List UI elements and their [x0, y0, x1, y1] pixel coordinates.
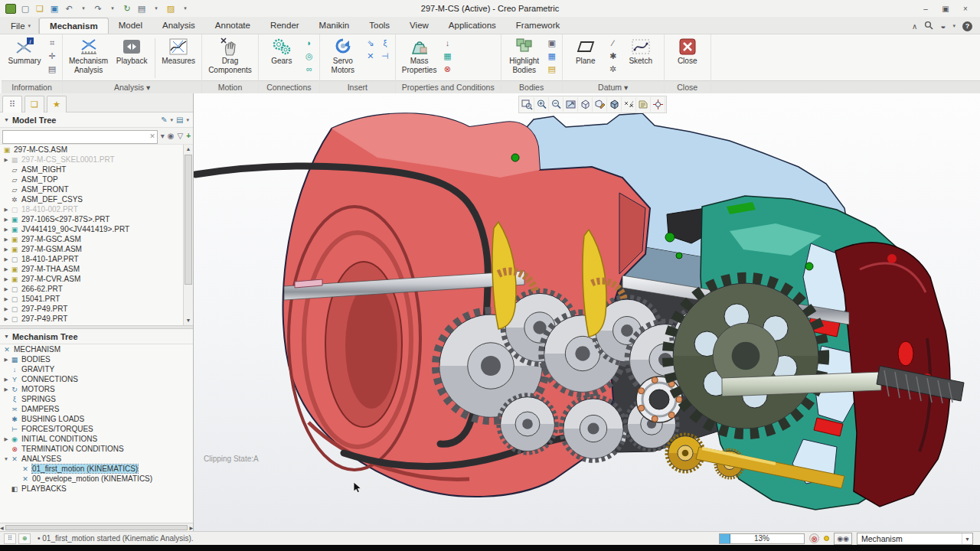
model-tree-item-297-p49-prt[interactable]: ▶▢297-P49.PRT [0, 314, 193, 324]
browser-icon[interactable]: ⊕ [18, 533, 31, 544]
refit-button[interactable] [564, 97, 578, 112]
model-tree-item-297-m-cvr-asm[interactable]: ▶▣297-M-CVR.ASM [0, 274, 193, 284]
model-tree-item-297-m-tha-asm[interactable]: ▶▣297-M-THA.ASM [0, 264, 193, 274]
mechanism-tree-item-termination-conditions[interactable]: ⊗TERMINATION CONDITIONS [0, 444, 193, 454]
expand-arrow-icon[interactable]: ▶ [2, 236, 10, 243]
mechanism-tree-item-gravity[interactable]: ↓GRAVITY [0, 364, 193, 374]
model-tree-item-asm-right[interactable]: ▱ASM_RIGHT [0, 165, 193, 174]
spin-center-button[interactable] [651, 97, 665, 112]
mechanism-tree-hscrollbar[interactable]: ◀ ▶ [0, 523, 193, 531]
window-switch-icon[interactable]: ▤ [136, 2, 148, 15]
mechanism-tree-item-bushing-loads[interactable]: ✱BUSHING LOADS [0, 414, 193, 424]
add-column-icon[interactable]: + [186, 132, 191, 140]
scroll-right-icon[interactable]: ▶ [189, 525, 193, 530]
collapse-caret-icon[interactable]: ▼ [4, 334, 9, 339]
entity-info-icon[interactable]: ✛ [46, 51, 58, 62]
scroll-thumb[interactable] [185, 155, 192, 285]
display-style-button[interactable] [607, 97, 622, 112]
minimize-icon[interactable]: – [920, 5, 931, 13]
model-tree-item-18-410-1ap-prt[interactable]: ▶▢18-410-1AP.PRT [0, 254, 193, 264]
help-icon[interactable]: ? [962, 21, 972, 31]
account-sync-icon[interactable]: ◒ [940, 21, 946, 31]
expand-arrow-icon[interactable]: ▶ [2, 386, 10, 393]
mechanism-tree-item-dampers[interactable]: ≍DAMPERS [0, 404, 193, 414]
mass-properties-button[interactable]: MassProperties [400, 36, 439, 75]
restore-icon[interactable]: ▣ [940, 5, 951, 13]
expand-arrow-icon[interactable]: ▶ [2, 207, 10, 213]
force-motor-icon[interactable]: ⇘ [364, 37, 377, 49]
model-tree-item-297-m-cs-asm[interactable]: ▣297-M-CS.ASM [0, 145, 193, 155]
window-caret-icon[interactable]: ▾ [150, 2, 162, 15]
tree-settings-caret[interactable]: ▾ [186, 117, 189, 123]
model-tree-item-jv441419-90-jv441419-prt[interactable]: ▶▣JV441419_90<JV441419>.PRT [0, 224, 193, 234]
tab-tools[interactable]: Tools [359, 18, 400, 34]
gears-button[interactable]: Gears [263, 36, 301, 67]
tab-annotate[interactable]: Annotate [205, 18, 260, 34]
tab-framework[interactable]: Framework [506, 18, 570, 34]
connection-info-icon[interactable]: ⌗ [46, 37, 58, 49]
expand-arrow-icon[interactable]: ▶ [2, 286, 10, 292]
model-tree-item-asm-top[interactable]: ▱ASM_TOP [0, 174, 193, 184]
expand-arrow-icon[interactable]: ▶ [2, 316, 10, 322]
model-tree-item-18-410-002-prt[interactable]: ▶▢18-410-002.PRT [0, 204, 193, 214]
graphics-area[interactable]: Clipping State:A [194, 93, 980, 531]
datum-display-button[interactable] [622, 97, 636, 112]
expand-arrow-icon[interactable]: ▶ [2, 306, 10, 312]
toggle-navigator-icon[interactable]: ⠿ [4, 533, 16, 544]
expand-arrow-icon[interactable]: ▶ [2, 436, 10, 442]
saved-views-button[interactable] [578, 97, 593, 112]
mechanism-tree-item-springs[interactable]: ξSPRINGS [0, 394, 193, 404]
close-button[interactable]: Close [668, 36, 707, 67]
drag-components-button[interactable]: DragComponents [206, 36, 254, 75]
tree-search-input[interactable] [2, 130, 158, 144]
model-tree-item-asm-front[interactable]: ▱ASM_FRONT [0, 184, 193, 194]
sketch-button[interactable]: Sketch [622, 36, 660, 67]
qat-customize-caret-icon[interactable]: ▾ [179, 2, 191, 15]
playback-button[interactable]: Playback [113, 36, 151, 67]
expand-arrow-icon[interactable]: ▶ [2, 157, 10, 163]
expand-arrow-icon[interactable]: ▶ [2, 276, 10, 282]
hscroll-thumb[interactable] [5, 525, 188, 530]
mechanism-tree-item-forces-torques[interactable]: ⊢FORCES/TORQUES [0, 424, 193, 434]
mechanism-tree-item-initial-conditions[interactable]: ▶◉INITIAL CONDITIONS [0, 434, 193, 444]
define-body-icon[interactable]: ▣ [546, 37, 558, 49]
mechanism-tree-item-playbacks[interactable]: ◧PLAYBACKS [0, 484, 193, 494]
annotation-display-button[interactable] [636, 97, 651, 112]
expand-arrow-icon[interactable]: ▶ [2, 296, 10, 302]
model-tree-item-15041-prt[interactable]: ▶▢15041.PRT [0, 294, 193, 304]
view-manager-button[interactable] [593, 97, 607, 112]
undo-caret-icon[interactable]: ▾ [77, 2, 90, 15]
body-lock-icon[interactable]: ▤ [546, 64, 558, 75]
zoom-in-button[interactable] [534, 97, 549, 112]
tab-analysis[interactable]: Analysis [152, 18, 205, 34]
mechanism-tree-item-motors[interactable]: ▶↻MOTORS [0, 384, 193, 394]
app-logo-icon[interactable] [5, 2, 17, 15]
summary-button[interactable]: iSummary [5, 36, 44, 67]
tree-filters-caret[interactable]: ▾ [171, 117, 174, 123]
mechanism-analysis-button[interactable]: MechanismAnalysis [67, 36, 110, 75]
tab-manikin[interactable]: Manikin [309, 18, 360, 34]
mechanism-tree-item-bodies[interactable]: ▶▦BODIES [0, 354, 193, 364]
measures-button[interactable]: Measures [159, 36, 198, 67]
new-file-icon[interactable]: ▢ [19, 2, 31, 15]
tab-applications[interactable]: Applications [439, 18, 506, 34]
tab-render[interactable]: Render [260, 18, 309, 34]
mechanism-tree-item-00-evelope-motion-kinematics[interactable]: ✕00_evelope_motion (KINEMATICS) [0, 474, 193, 484]
servo-motors-button[interactable]: ServoMotors [324, 36, 362, 75]
assign-body-icon[interactable]: ▦ [546, 51, 558, 62]
expand-arrow-icon[interactable]: ▶ [2, 266, 10, 272]
joints-icon[interactable]: ✕ [364, 51, 377, 62]
model-tree-scrollbar[interactable]: ▲ ▼ [183, 145, 193, 325]
plane-button[interactable]: Plane [567, 36, 605, 67]
regenerate-icon[interactable]: ↻ [121, 2, 133, 15]
expand-arrow-icon[interactable]: ▶ [2, 227, 10, 233]
highlight-bodies-button[interactable]: HighlightBodies [505, 36, 544, 75]
model-tree-item-297-m-gsm-asm[interactable]: ▶▣297-M-GSM.ASM [0, 244, 193, 254]
folder-browser-tab[interactable]: ❏ [24, 96, 44, 112]
expand-arrow-icon[interactable]: ▶ [2, 357, 10, 363]
tree-settings-icon[interactable]: ▤ [176, 116, 183, 124]
find-button[interactable]: ◉◉ [834, 533, 852, 545]
zoom-out-button[interactable] [549, 97, 564, 112]
model-tree-item-297-m-cs-skel0001-prt[interactable]: ▶▦297-M-CS_SKEL0001.PRT [0, 155, 193, 165]
termination-conditions-icon[interactable]: ⊗ [441, 64, 453, 75]
